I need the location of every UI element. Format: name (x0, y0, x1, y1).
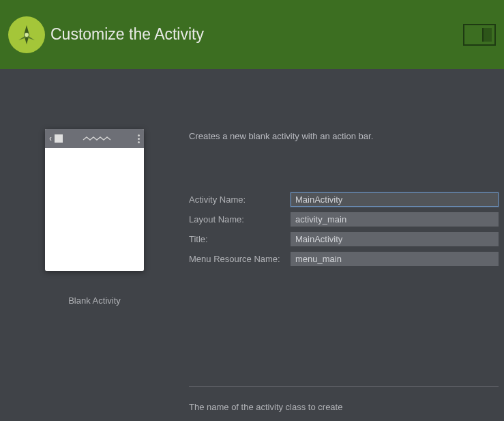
form-row: Activity Name: (189, 192, 499, 207)
svg-point-0 (25, 33, 29, 37)
field-label: Title: (189, 234, 291, 244)
title-placeholder-icon (68, 136, 132, 141)
app-icon-placeholder (55, 134, 63, 143)
wizard-title: Customize the Activity (50, 25, 204, 44)
description-text: Creates a new blank activity with an act… (189, 131, 499, 141)
field-hint: The name of the activity class to create (189, 402, 499, 412)
android-studio-logo (8, 16, 45, 53)
field-input-activity-name[interactable] (291, 192, 499, 207)
field-input-title[interactable] (291, 232, 499, 246)
activity-preview: ‹ (45, 129, 144, 271)
compass-icon (14, 23, 39, 47)
preview-actionbar: ‹ (45, 129, 144, 148)
divider (189, 386, 499, 387)
form-row: Menu Resource Name: (189, 252, 499, 266)
wizard-body: ‹ Blank Activity Creates a new blank act… (0, 69, 504, 412)
form-row: Layout Name: (189, 212, 499, 227)
layout-preview-icon (463, 24, 496, 46)
overflow-menu-icon (138, 134, 140, 143)
wizard-header: Customize the Activity (0, 0, 504, 69)
form-column: Creates a new blank activity with an act… (189, 69, 504, 412)
field-input-layout-name[interactable] (291, 212, 499, 227)
field-label: Layout Name: (189, 214, 291, 224)
field-label: Menu Resource Name: (189, 254, 291, 264)
preview-column: ‹ Blank Activity (0, 69, 189, 412)
form-row: Title: (189, 232, 499, 246)
back-icon: ‹ (49, 134, 52, 143)
preview-label: Blank Activity (68, 295, 121, 306)
field-label: Activity Name: (189, 194, 291, 205)
field-input-menu-resource-name[interactable] (291, 252, 499, 266)
